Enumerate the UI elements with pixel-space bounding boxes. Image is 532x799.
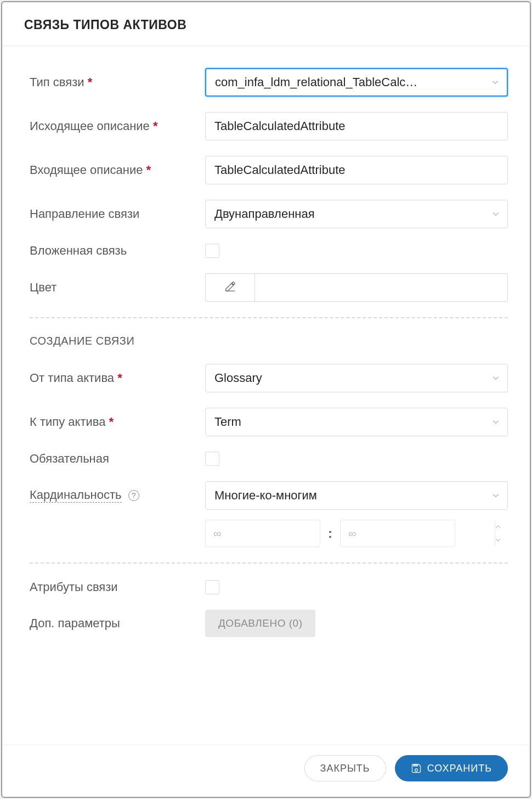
modal-body: Тип связи com_infa_ldm_relational_TableC… <box>2 46 530 745</box>
modal-header: СВЯЗЬ ТИПОВ АКТИВОВ <box>2 2 530 46</box>
row-relation-attrs: Атрибуты связи <box>30 580 508 594</box>
select-relation-type[interactable]: com_infa_ldm_relational_TableCalc… <box>205 68 508 97</box>
cardinality-to[interactable] <box>340 520 455 547</box>
row-cardinality: Кардинальность ? Многие-ко-многим <box>30 481 508 547</box>
save-icon <box>411 763 422 774</box>
row-direction: Направление связи Двунаправленная <box>30 200 508 228</box>
label-incoming-desc: Входящее описание <box>30 163 205 177</box>
spinner-down-icon[interactable] <box>495 533 501 547</box>
color-swatch-input[interactable] <box>254 273 508 302</box>
label-nested: Вложенная связь <box>30 244 205 258</box>
checkbox-mandatory[interactable] <box>205 452 219 466</box>
close-button[interactable]: ЗАКРЫТЬ <box>304 755 386 781</box>
select-from-asset[interactable]: Glossary <box>205 364 508 392</box>
pencil-icon <box>224 280 236 295</box>
save-button-label: СОХРАНИТЬ <box>427 763 492 774</box>
color-edit-button[interactable] <box>205 273 254 302</box>
select-relation-type-value: com_infa_ldm_relational_TableCalc… <box>215 75 417 89</box>
section-title-create: СОЗДАНИЕ СВЯЗИ <box>30 335 508 347</box>
label-from-asset: От типа актива <box>30 371 205 385</box>
label-cardinality: Кардинальность ? <box>30 481 205 502</box>
row-incoming-desc: Входящее описание <box>30 156 508 184</box>
row-from-asset: От типа актива Glossary <box>30 364 508 392</box>
row-color: Цвет <box>30 273 508 302</box>
chevron-down-icon <box>492 374 500 382</box>
label-to-asset: К типу актива <box>30 415 205 429</box>
select-to-asset[interactable]: Term <box>205 408 508 436</box>
select-direction-value: Двунаправленная <box>214 207 315 221</box>
select-direction[interactable]: Двунаправленная <box>205 200 508 228</box>
select-from-asset-value: Glossary <box>214 371 262 385</box>
cardinality-from-field[interactable] <box>206 520 360 547</box>
row-relation-type: Тип связи com_infa_ldm_relational_TableC… <box>30 68 508 97</box>
chevron-down-icon <box>492 210 500 218</box>
modal-title: СВЯЗЬ ТИПОВ АКТИВОВ <box>24 18 508 32</box>
cardinality-range: : <box>205 520 508 547</box>
chevron-down-icon <box>491 78 499 86</box>
row-to-asset: К типу актива Term <box>30 408 508 436</box>
checkbox-relation-attrs[interactable] <box>205 580 219 594</box>
label-mandatory: Обязательная <box>30 452 205 466</box>
modal-footer: ЗАКРЫТЬ СОХРАНИТЬ <box>2 745 530 797</box>
input-incoming-desc[interactable] <box>205 156 508 184</box>
label-relation-type: Тип связи <box>30 75 205 89</box>
select-to-asset-value: Term <box>214 415 241 429</box>
label-cardinality-text: Кардинальность <box>30 488 122 503</box>
row-nested: Вложенная связь <box>30 244 508 258</box>
spinner-up-icon[interactable] <box>495 520 501 533</box>
label-relation-attrs: Атрибуты связи <box>30 580 205 594</box>
range-separator: : <box>328 526 332 541</box>
chevron-down-icon <box>492 492 500 499</box>
select-cardinality[interactable]: Многие-ко-многим <box>205 481 508 510</box>
row-outgoing-desc: Исходящее описание <box>30 112 508 140</box>
select-cardinality-value: Многие-ко-многим <box>214 488 317 503</box>
divider <box>30 317 508 318</box>
row-mandatory: Обязательная <box>30 452 508 466</box>
label-direction: Направление связи <box>30 207 205 221</box>
cardinality-to-field[interactable] <box>341 520 495 547</box>
checkbox-nested[interactable] <box>205 244 219 258</box>
help-icon[interactable]: ? <box>128 490 139 501</box>
input-outgoing-desc[interactable] <box>205 112 508 140</box>
label-outgoing-desc: Исходящее описание <box>30 119 205 133</box>
row-extra-params: Доп. параметры ДОБАВЛЕНО (0) <box>30 610 508 637</box>
cardinality-from[interactable] <box>205 520 320 547</box>
chevron-down-icon <box>492 418 500 426</box>
save-button[interactable]: СОХРАНИТЬ <box>395 755 508 781</box>
added-count-button[interactable]: ДОБАВЛЕНО (0) <box>205 610 315 637</box>
asset-relation-modal: СВЯЗЬ ТИПОВ АКТИВОВ Тип связи com_infa_l… <box>1 1 531 798</box>
label-color: Цвет <box>30 280 205 295</box>
label-extra-params: Доп. параметры <box>30 616 205 631</box>
divider <box>30 562 508 564</box>
